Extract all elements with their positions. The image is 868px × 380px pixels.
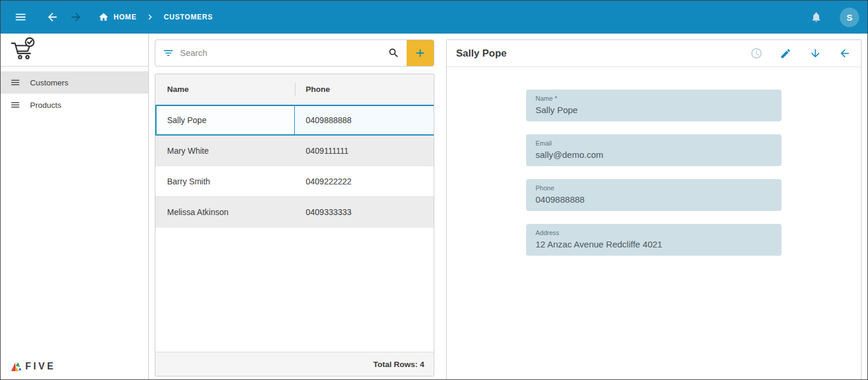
add-record-button[interactable] [407, 40, 434, 66]
search-icon [388, 47, 400, 59]
table-footer: Total Rows: 4 [155, 352, 434, 376]
user-avatar[interactable]: S [840, 8, 859, 27]
table-row[interactable]: Sally Pope 0409888888 [155, 105, 434, 136]
five-logo-mark-icon [10, 361, 22, 372]
cell-phone: 0409333333 [295, 197, 434, 227]
cell-name: Mary White [155, 136, 295, 166]
sidebar-item-customers[interactable]: Customers [1, 71, 148, 94]
cell-name: Barry Smith [155, 166, 295, 196]
column-header-name[interactable]: Name [155, 85, 295, 94]
hamburger-icon [14, 11, 27, 24]
plus-icon [414, 47, 427, 60]
sidebar: Customers Products FIVE [1, 34, 149, 379]
arrow-back-icon [46, 11, 59, 24]
detail-body: Name * Sally Pope Email sally@demo.com P… [447, 67, 861, 380]
table-header: Name Phone [155, 74, 434, 105]
shopping-cart-check-icon[interactable] [9, 37, 36, 64]
arrow-down-icon [809, 47, 822, 60]
field-email: Email sally@demo.com [526, 134, 781, 166]
field-phone: Phone 0409888888 [526, 179, 781, 211]
sidebar-footer: FIVE [1, 352, 148, 379]
customer-detail-panel: Sally Pope [440, 34, 867, 379]
breadcrumb-current: CUSTOMERS [164, 13, 213, 21]
field-label: Email [536, 140, 772, 147]
download-button[interactable] [808, 47, 822, 61]
total-rows-label: Total Rows: 4 [373, 360, 424, 369]
table-row[interactable]: Mary White 0409111111 [155, 136, 434, 166]
sidebar-item-label: Products [30, 101, 61, 110]
detail-actions [749, 47, 852, 61]
field-label: Phone [536, 184, 772, 191]
breadcrumb-home[interactable]: HOME [98, 12, 137, 22]
detail-title: Sally Pope [456, 48, 507, 60]
customers-table: Name Phone Sally Pope 0409888888 Mary Wh… [155, 74, 434, 376]
search-bar [155, 39, 434, 67]
pencil-icon [780, 48, 791, 60]
back-button[interactable] [41, 5, 64, 29]
cell-phone: 0409222222 [295, 166, 434, 196]
cell-phone: 0409888888 [295, 106, 434, 134]
sidebar-header [1, 34, 148, 67]
history-button[interactable] [749, 47, 763, 61]
filter-icon[interactable] [155, 47, 180, 59]
menu-button[interactable] [9, 5, 32, 29]
field-value: sally@demo.com [536, 150, 772, 160]
notifications-button[interactable] [804, 5, 828, 29]
topbar: HOME CUSTOMERS S [1, 1, 867, 34]
table-row[interactable]: Barry Smith 0409222222 [155, 166, 434, 197]
search-button[interactable] [382, 41, 405, 65]
five-logo: FIVE [10, 361, 139, 372]
five-logo-text: FIVE [25, 361, 56, 372]
arrow-left-icon [839, 47, 851, 60]
avatar-initial: S [846, 12, 852, 22]
field-name: Name * Sally Pope [526, 90, 781, 121]
cell-name: Melissa Atkinson [155, 197, 295, 227]
sidebar-item-products[interactable]: Products [1, 94, 148, 116]
bell-icon [810, 11, 822, 23]
cell-phone: 0409111111 [295, 136, 434, 166]
list-icon [10, 77, 21, 88]
arrow-forward-icon [69, 11, 82, 24]
chevron-right-icon [145, 12, 155, 22]
detail-fields: Name * Sally Pope Email sally@demo.com P… [526, 90, 781, 256]
field-address: Address 12 Anzac Avenue Redcliffe 4021 [526, 224, 781, 256]
table-row[interactable]: Melissa Atkinson 0409333333 [155, 197, 434, 227]
column-header-phone[interactable]: Phone [295, 85, 330, 94]
list-icon [10, 100, 21, 110]
detail-header: Sally Pope [447, 40, 861, 67]
field-label: Address [536, 229, 772, 236]
back-to-list-button[interactable] [837, 47, 852, 61]
table-body: Sally Pope 0409888888 Mary White 0409111… [155, 105, 434, 352]
clock-icon [750, 47, 763, 60]
sidebar-item-label: Customers [30, 78, 68, 87]
search-input[interactable] [180, 48, 382, 58]
edit-button[interactable] [779, 47, 793, 61]
customer-list-panel: Name Phone Sally Pope 0409888888 Mary Wh… [149, 34, 440, 379]
field-value: 0409888888 [536, 194, 772, 204]
field-value: 12 Anzac Avenue Redcliffe 4021 [536, 239, 772, 249]
cell-name: Sally Pope [155, 106, 295, 134]
breadcrumb-home-label: HOME [114, 13, 137, 21]
field-value: Sally Pope [536, 105, 772, 115]
sidebar-menu: Customers Products [1, 67, 148, 116]
main-content: Customers Products FIVE [1, 34, 867, 379]
field-label: Name * [536, 95, 772, 102]
detail-card: Sally Pope [446, 39, 862, 380]
home-icon [98, 12, 109, 22]
forward-button[interactable] [64, 5, 88, 29]
